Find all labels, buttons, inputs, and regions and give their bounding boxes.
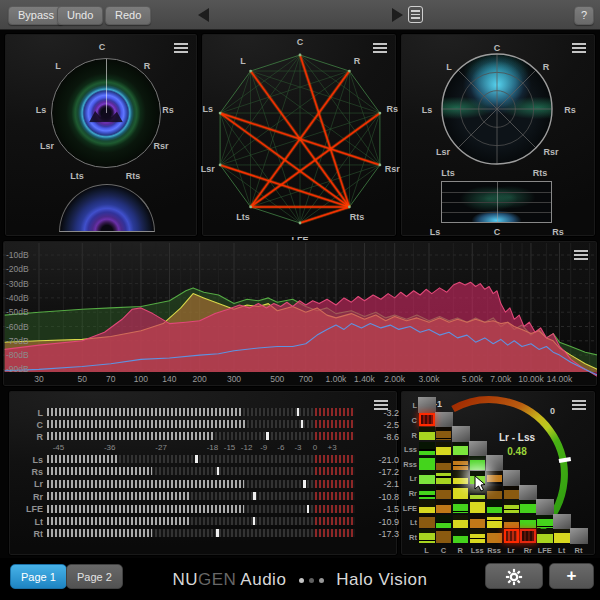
matrix-cell[interactable] bbox=[504, 500, 520, 513]
matrix-cell[interactable] bbox=[419, 442, 435, 455]
redo-button[interactable]: Redo bbox=[105, 6, 151, 25]
toolbar: Bypass Undo Redo ? bbox=[0, 0, 600, 30]
brand-nugen: NUGEN bbox=[172, 570, 236, 589]
meter-lit-segments bbox=[47, 455, 118, 463]
matrix-cell[interactable] bbox=[487, 529, 503, 542]
matrix-cell[interactable] bbox=[537, 529, 553, 542]
meter-value: -1.5 bbox=[359, 504, 399, 514]
matrix-cell[interactable] bbox=[419, 413, 435, 426]
matrix-cell[interactable] bbox=[419, 515, 435, 528]
matrix-cell[interactable] bbox=[436, 500, 452, 513]
meter-channel-label: C bbox=[11, 420, 43, 430]
matrix-row-label: L bbox=[401, 401, 417, 410]
meter-channel-label: Rt bbox=[11, 529, 43, 539]
matrix-col-label: Rt bbox=[575, 546, 583, 555]
radar-box-label: Lts bbox=[441, 168, 455, 178]
meter-red-zone bbox=[315, 408, 355, 416]
meter-peak-tick bbox=[303, 480, 306, 488]
height-location-display bbox=[441, 181, 552, 223]
radar-box-label: Rts bbox=[533, 168, 548, 178]
meter-red-zone bbox=[315, 517, 355, 525]
matrix-cell[interactable] bbox=[487, 515, 503, 528]
matrix-diagonal-cell bbox=[452, 426, 470, 442]
meter-scale-tick: -3 bbox=[294, 443, 301, 452]
matrix-cell[interactable] bbox=[487, 500, 503, 513]
matrix-cell[interactable] bbox=[453, 515, 469, 528]
radar-channel-label: Rs bbox=[564, 105, 576, 115]
matrix-cell[interactable] bbox=[436, 471, 452, 484]
matrix-cell[interactable] bbox=[520, 500, 536, 513]
add-panel-button[interactable]: + bbox=[549, 563, 594, 589]
matrix-cell[interactable] bbox=[470, 500, 486, 513]
meter-bar bbox=[47, 432, 355, 440]
svg-text:100: 100 bbox=[134, 374, 148, 384]
matrix-cell[interactable] bbox=[436, 427, 452, 440]
meter-scale-tick: -45 bbox=[53, 443, 65, 452]
meter-scale-tick: -27 bbox=[155, 443, 167, 452]
meter-peak-tick bbox=[266, 432, 269, 440]
spectrum-panel-menu-icon[interactable] bbox=[574, 250, 588, 252]
radar-channel-label: L bbox=[446, 62, 452, 72]
meter-bar bbox=[47, 455, 355, 463]
matrix-cell[interactable] bbox=[419, 427, 435, 440]
matrix-cell[interactable] bbox=[470, 515, 486, 528]
meter-peak-tick bbox=[253, 517, 256, 525]
height-halo-display bbox=[59, 184, 155, 232]
next-preset-icon[interactable] bbox=[392, 8, 403, 22]
undo-button[interactable]: Undo bbox=[57, 6, 103, 25]
meters-panel-menu-icon[interactable] bbox=[374, 400, 388, 402]
matrix-cell[interactable] bbox=[504, 515, 520, 528]
meter-red-zone bbox=[315, 432, 355, 440]
matrix-diagonal-cell bbox=[486, 455, 504, 471]
matrix-cell[interactable] bbox=[436, 529, 452, 542]
matrix-col-label: C bbox=[441, 546, 446, 555]
matrix-row-label: R bbox=[401, 430, 417, 439]
help-button[interactable]: ? bbox=[574, 6, 594, 25]
preset-list-icon[interactable] bbox=[408, 6, 423, 23]
matrix-cell[interactable] bbox=[436, 515, 452, 528]
matrix-cell[interactable] bbox=[436, 442, 452, 455]
settings-button[interactable] bbox=[485, 563, 543, 589]
gear-icon bbox=[505, 568, 523, 586]
bypass-button[interactable]: Bypass bbox=[8, 6, 64, 25]
meter-channel-label: R bbox=[11, 432, 43, 442]
halo-panel-menu-icon[interactable] bbox=[174, 43, 188, 45]
svg-text:-10dB: -10dB bbox=[6, 250, 29, 260]
matrix-cell[interactable] bbox=[504, 486, 520, 499]
meter-peak-tick bbox=[253, 492, 256, 500]
matrix-diagonal-cell bbox=[418, 397, 436, 413]
svg-text:300: 300 bbox=[227, 374, 241, 384]
matrix-cell[interactable] bbox=[453, 529, 469, 542]
matrix-cell[interactable] bbox=[419, 500, 435, 513]
matrix-cell[interactable] bbox=[470, 456, 486, 469]
svg-text:2.00k: 2.00k bbox=[384, 374, 406, 384]
web-node-label: Rs bbox=[386, 104, 398, 114]
matrix-cell[interactable] bbox=[453, 442, 469, 455]
matrix-cell[interactable] bbox=[419, 486, 435, 499]
matrix-cell[interactable] bbox=[419, 471, 435, 484]
matrix-cell[interactable] bbox=[419, 456, 435, 469]
matrix-cell[interactable] bbox=[453, 471, 469, 484]
matrix-cell[interactable] bbox=[554, 529, 570, 542]
matrix-diagonal-cell bbox=[536, 499, 554, 515]
matrix-cell[interactable] bbox=[520, 515, 536, 528]
matrix-cell[interactable] bbox=[504, 529, 520, 542]
matrix-cell[interactable] bbox=[453, 500, 469, 513]
matrix-cell[interactable] bbox=[453, 456, 469, 469]
mouse-cursor bbox=[474, 475, 490, 493]
prev-preset-icon[interactable] bbox=[198, 8, 209, 22]
matrix-cell[interactable] bbox=[453, 486, 469, 499]
matrix-cell[interactable] bbox=[436, 456, 452, 469]
matrix-cell[interactable] bbox=[520, 529, 536, 542]
meter-peak-tick bbox=[217, 467, 220, 475]
matrix-row-label: LFE bbox=[401, 503, 417, 512]
matrix-cell[interactable] bbox=[419, 529, 435, 542]
matrix-cell[interactable] bbox=[436, 486, 452, 499]
matrix-cell[interactable] bbox=[537, 515, 553, 528]
matrix-cell[interactable] bbox=[470, 529, 486, 542]
meter-lit-segments bbox=[47, 517, 189, 525]
meter-scale-tick: -36 bbox=[104, 443, 116, 452]
radar-channel-label: Ls bbox=[422, 105, 433, 115]
meter-lit-segments bbox=[47, 408, 241, 416]
radar-channel-label: Lsr bbox=[436, 147, 450, 157]
